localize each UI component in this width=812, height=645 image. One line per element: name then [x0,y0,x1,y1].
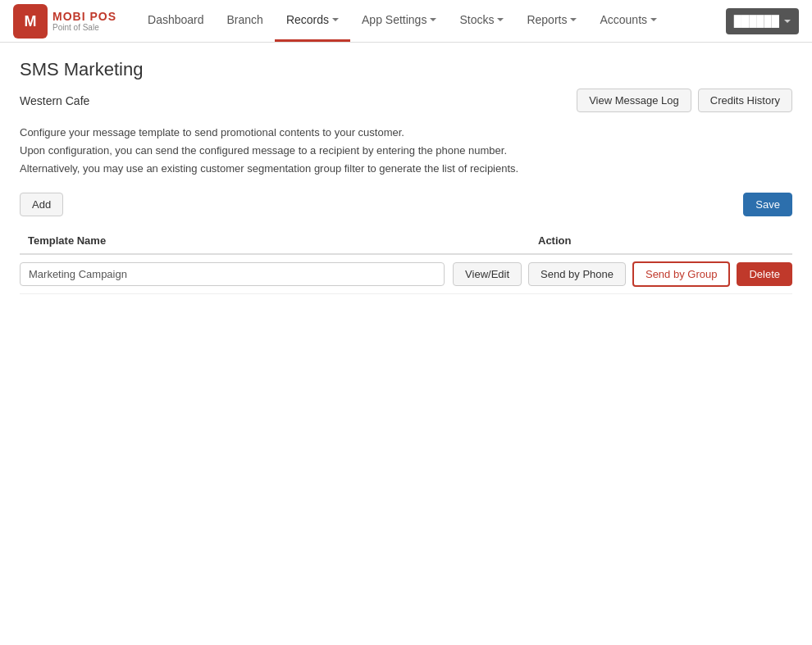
description-line2: Upon configuration, you can send the con… [20,142,792,160]
brand-subtitle: Point of Sale [52,23,116,32]
brand-text: MOBI POS Point of Sale [52,10,116,32]
nav-label-reports: Reports [527,13,567,26]
toolbar: Add Save [20,193,792,216]
table-header: Template Name Action [20,228,792,255]
description-line1: Configure your message template to send … [20,124,792,142]
template-name-cell [20,262,445,286]
brand-logo: M [13,4,48,39]
nav-label-branch: Branch [227,13,263,26]
brand-title: MOBI POS [52,10,116,23]
top-row: Western Cafe View Message Log Credits Hi… [20,89,792,112]
delete-button[interactable]: Delete [737,262,792,286]
main-content: SMS Marketing Western Cafe View Message … [0,43,812,311]
nav-label-accounts: Accounts [600,13,647,26]
add-button[interactable]: Add [20,193,63,216]
nav-user-menu[interactable]: ██████ [726,8,799,34]
top-buttons: View Message Log Credits History [577,89,792,112]
nav-item-accounts[interactable]: Accounts [588,0,668,42]
nav-caret-accounts [650,18,657,21]
nav-caret-stocks [497,18,504,21]
branch-name: Western Cafe [20,94,89,107]
table-row: View/Edit Send by Phone Send by Group De… [20,255,792,294]
row-actions: View/Edit Send by Phone Send by Group De… [453,261,792,287]
description-block: Configure your message template to send … [20,124,792,178]
col-template-name: Template Name [28,234,538,247]
templates-table: Template Name Action View/Edit Send by P… [20,228,792,294]
view-message-log-button[interactable]: View Message Log [577,89,691,112]
navbar: M MOBI POS Point of Sale Dashboard Branc… [0,0,812,43]
nav-item-records[interactable]: Records [275,0,350,42]
nav-item-dashboard[interactable]: Dashboard [136,0,216,42]
col-action: Action [538,234,784,247]
page-title: SMS Marketing [20,59,792,80]
nav-user-caret [784,20,791,23]
nav-item-stocks[interactable]: Stocks [448,0,515,42]
nav-items: Dashboard Branch Records App Settings St… [136,0,799,42]
view-edit-button[interactable]: View/Edit [453,262,522,286]
nav-label-dashboard: Dashboard [148,13,204,26]
brand: M MOBI POS Point of Sale [13,4,116,39]
send-by-phone-button[interactable]: Send by Phone [528,262,626,286]
nav-caret-records [332,18,339,21]
nav-item-reports[interactable]: Reports [515,0,588,42]
nav-label-records: Records [286,13,329,26]
nav-caret-app-settings [430,18,436,21]
nav-user-label: ██████ [734,15,779,27]
template-name-input[interactable] [20,262,445,286]
send-by-group-button[interactable]: Send by Group [632,261,730,287]
credits-history-button[interactable]: Credits History [698,89,792,112]
nav-item-branch[interactable]: Branch [216,0,275,42]
brand-logo-letter: M [25,14,37,29]
nav-label-stocks: Stocks [459,13,494,26]
save-button[interactable]: Save [743,193,792,216]
description-line3: Alternatively, you may use an existing c… [20,160,792,178]
nav-label-app-settings: App Settings [362,13,427,26]
nav-item-app-settings[interactable]: App Settings [350,0,448,42]
nav-caret-reports [570,18,577,21]
